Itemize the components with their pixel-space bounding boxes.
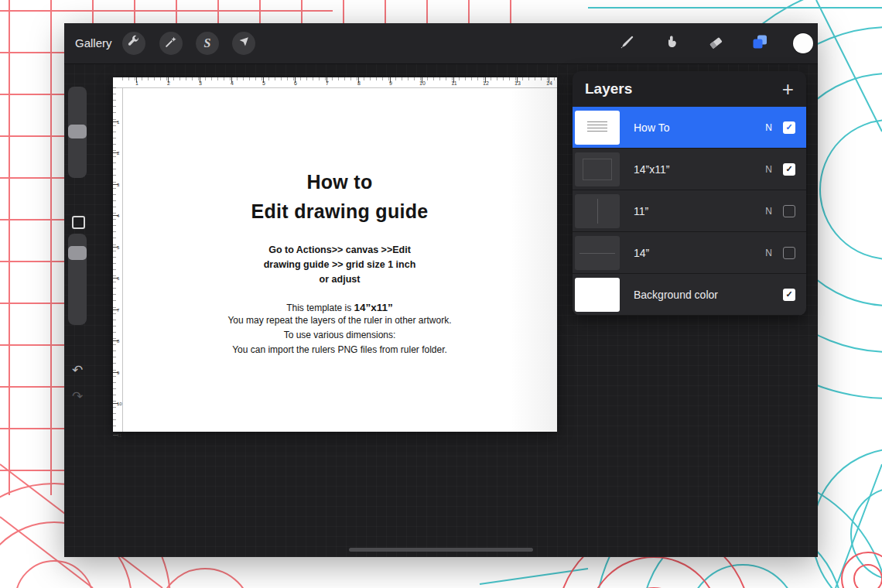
blend-mode-badge[interactable]: N bbox=[765, 164, 772, 175]
color-swatch-icon bbox=[793, 33, 813, 53]
layer-thumbnail[interactable] bbox=[575, 278, 620, 312]
check-icon: ✓ bbox=[785, 289, 792, 299]
selection-button[interactable]: S bbox=[196, 32, 219, 55]
opacity-handle[interactable] bbox=[68, 246, 87, 260]
canvas-title-line1: How to bbox=[122, 167, 557, 197]
layer-row-background-color[interactable]: Background color ✓ bbox=[573, 274, 806, 316]
layer-thumbnail[interactable] bbox=[575, 236, 620, 270]
modify-button[interactable] bbox=[72, 216, 85, 229]
layer-row-11[interactable]: 11” N bbox=[573, 190, 806, 232]
layer-name: Background color bbox=[634, 289, 718, 301]
canvas-ruler-top: 1234567891011121314 bbox=[113, 77, 557, 88]
canvas-template-line: This template is 14”x11” bbox=[122, 302, 557, 313]
blend-mode-badge[interactable]: N bbox=[765, 122, 772, 133]
brush-icon bbox=[619, 33, 636, 53]
home-indicator[interactable] bbox=[349, 548, 533, 552]
drawing-canvas[interactable]: 1234567891011121314 1234567891011 How to… bbox=[113, 77, 557, 432]
layer-row-how-to[interactable]: How To N ✓ bbox=[573, 107, 806, 149]
layer-name: 11” bbox=[634, 205, 648, 217]
selection-icon: S bbox=[204, 36, 211, 50]
gallery-button[interactable]: Gallery bbox=[75, 23, 112, 63]
layer-thumbnail[interactable] bbox=[575, 152, 620, 186]
smudge-finger-icon bbox=[663, 33, 680, 53]
actions-button[interactable] bbox=[122, 32, 145, 55]
canvas-instruction-line: Go to Actions>> canvas >>Edit bbox=[122, 243, 557, 258]
check-icon: ✓ bbox=[785, 164, 792, 174]
wrench-icon bbox=[127, 35, 141, 52]
blend-mode-badge[interactable]: N bbox=[765, 248, 772, 258]
brush-button[interactable] bbox=[617, 33, 638, 53]
layer-row-14[interactable]: 14” N bbox=[573, 232, 806, 274]
canvas-note-line: To use various dimensions: bbox=[122, 328, 557, 343]
canvas-title-line2: Edit drawing guide bbox=[122, 197, 557, 226]
magic-wand-icon bbox=[164, 35, 178, 52]
transform-arrow-icon bbox=[237, 35, 251, 52]
canvas-note-line: You may repeat the layers of the ruler i… bbox=[122, 313, 557, 328]
canvas-note-line: You can import the rulers PNG files from… bbox=[122, 343, 557, 357]
layers-icon bbox=[751, 33, 768, 53]
color-button[interactable] bbox=[793, 33, 813, 53]
transform-button[interactable] bbox=[232, 32, 255, 55]
redo-button[interactable]: ↷ bbox=[68, 390, 87, 403]
layers-button[interactable] bbox=[750, 33, 770, 53]
undo-button[interactable]: ↶ bbox=[68, 364, 87, 377]
check-icon: ✓ bbox=[785, 122, 792, 132]
eraser-button[interactable] bbox=[706, 33, 726, 53]
layer-name: 14”x11” bbox=[634, 163, 669, 176]
blend-mode-badge[interactable]: N bbox=[765, 206, 772, 217]
layer-visibility-checkbox[interactable]: ✓ bbox=[783, 289, 795, 301]
adjustments-button[interactable] bbox=[159, 32, 183, 55]
layers-panel-header: Layers + bbox=[573, 71, 806, 107]
procreate-app-window: Gallery S bbox=[64, 23, 818, 557]
smudge-button[interactable] bbox=[662, 33, 682, 53]
layer-name: 14” bbox=[634, 247, 649, 259]
canvas-instruction-line: or adjust bbox=[122, 272, 557, 287]
layers-panel: Layers + How To N ✓ 14”x11” N ✓ 11” N 14… bbox=[573, 71, 806, 316]
layer-visibility-checkbox[interactable] bbox=[783, 205, 795, 217]
add-layer-button[interactable]: + bbox=[782, 79, 794, 99]
layers-panel-title: Layers bbox=[585, 80, 632, 97]
layer-name: How To bbox=[634, 121, 669, 134]
layer-thumbnail[interactable] bbox=[575, 194, 620, 228]
top-toolbar: Gallery S bbox=[64, 23, 818, 64]
layer-visibility-checkbox[interactable] bbox=[783, 247, 795, 259]
eraser-icon bbox=[707, 33, 724, 53]
layer-visibility-checkbox[interactable]: ✓ bbox=[783, 163, 795, 176]
layer-visibility-checkbox[interactable]: ✓ bbox=[783, 121, 795, 134]
brush-size-handle[interactable] bbox=[68, 125, 87, 138]
layer-thumbnail[interactable] bbox=[575, 111, 620, 145]
canvas-instruction-line: drawing guide >> grid size 1 inch bbox=[122, 258, 557, 272]
canvas-artwork-text: How to Edit drawing guide Go to Actions>… bbox=[122, 167, 557, 357]
layer-row-14x11[interactable]: 14”x11” N ✓ bbox=[573, 149, 806, 190]
